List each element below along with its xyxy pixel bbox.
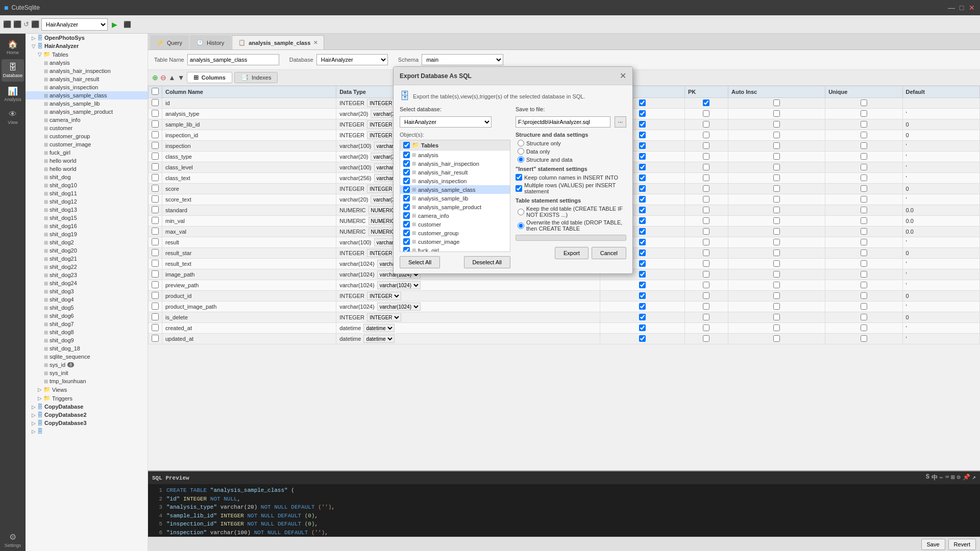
pk-checkbox[interactable] [703,303,709,310]
sidebar-tables-header[interactable]: ▽ 📁 Tables [26,50,148,59]
row-checkbox[interactable] [152,228,159,235]
sidebar-table-shit_dog_18[interactable]: ⊞shit_dog_18 [26,344,148,353]
multiple-rows-checkbox[interactable] [516,185,522,192]
sidebar-table-shit_dog22[interactable]: ⊞shit_dog22 [26,263,148,271]
db-selector[interactable]: HairAnalyzer [41,18,108,31]
export-item-checkbox[interactable] [403,221,410,228]
unique-checkbox[interactable] [861,207,867,213]
export-table-item-customer[interactable]: ⊞ customer [400,220,510,229]
pk-checkbox[interactable] [703,132,709,138]
nav-settings[interactable]: ⚙ Settings [2,529,24,551]
sidebar-table-shit_dog8[interactable]: ⊞shit_dog8 [26,328,148,336]
sidebar-table-analysis_sample_class[interactable]: ⊞analysis_sample_class [26,91,148,99]
sidebar-table-shit_dog19[interactable]: ⊞shit_dog19 [26,230,148,238]
auto-insc-checkbox[interactable] [773,164,780,170]
not-null-checkbox[interactable] [639,110,646,117]
sidebar-table-shit_dog9[interactable]: ⊞shit_dog9 [26,336,148,344]
not-null-checkbox[interactable] [639,335,646,342]
export-item-checkbox[interactable] [403,247,410,252]
unique-checkbox[interactable] [861,314,867,320]
table-row[interactable]: preview_path varchar(1024) varchar(1024)… [149,280,980,291]
export-table-item-camera_info[interactable]: ⊞ camera_info [400,211,510,220]
auto-insc-checkbox[interactable] [773,185,780,192]
auto-insc-checkbox[interactable] [773,207,780,213]
sidebar-table-hello_world[interactable]: ⊞hello world [26,157,148,165]
type-dropdown[interactable]: datetime [363,324,395,332]
not-null-checkbox[interactable] [639,271,646,278]
auto-insc-checkbox[interactable] [773,239,780,245]
unique-checkbox[interactable] [861,217,867,224]
pk-checkbox[interactable] [703,99,709,106]
row-checkbox[interactable] [152,120,159,128]
auto-insc-checkbox[interactable] [773,303,780,310]
sidebar-table-shit_dog13[interactable]: ⊞shit_dog13 [26,206,148,214]
pk-checkbox[interactable] [703,110,709,117]
unique-checkbox[interactable] [861,239,867,245]
row-checkbox[interactable] [152,131,159,138]
sidebar-table-analysis_sample_product[interactable]: ⊞analysis_sample_product [26,108,148,116]
sidebar-table-customer_image[interactable]: ⊞customer_image [26,140,148,148]
table-row[interactable]: created_at datetime datetime ' [149,323,980,334]
auto-insc-checkbox[interactable] [773,121,780,128]
pk-checkbox[interactable] [703,153,709,160]
sidebar-item-hairanalyzer[interactable]: ▽ 🗄 HairAnalyzer [26,42,148,50]
export-table-item-analysis[interactable]: ⊞ analysis [400,151,510,159]
sidebar-table-camera_info[interactable]: ⊞camera_info [26,116,148,124]
nav-database[interactable]: 🗄 Database [2,59,24,82]
revert-button[interactable]: Revert [948,539,976,550]
run-button[interactable]: ▶ [110,19,119,30]
row-checkbox[interactable] [152,238,159,245]
auto-insc-checkbox[interactable] [773,217,780,224]
not-null-checkbox[interactable] [639,196,646,203]
sidebar-table-customer[interactable]: ⊞customer [26,124,148,132]
pk-checkbox[interactable] [703,239,709,245]
unique-checkbox[interactable] [861,282,867,288]
not-null-checkbox[interactable] [639,185,646,192]
keep-col-names-checkbox[interactable] [516,174,522,181]
structure-only-radio[interactable] [518,140,524,146]
export-item-checkbox[interactable] [403,152,410,158]
export-item-checkbox[interactable] [403,230,410,236]
overwrite-old-table-radio[interactable] [518,222,524,229]
export-table-item-analysis_hair_inspection[interactable]: ⊞ analysis_hair_inspection [400,159,510,168]
row-checkbox[interactable] [152,324,159,331]
sidebar-table-shit_dog7[interactable]: ⊞shit_dog7 [26,320,148,328]
tab-indexes[interactable]: 📑 Indexes [234,72,278,83]
select-all-checkbox[interactable] [152,88,159,95]
sidebar-item-copydb[interactable]: ▷ 🗄 CopyDatabase2 [26,411,148,419]
auto-insc-checkbox[interactable] [773,228,780,235]
not-null-checkbox[interactable] [639,207,646,213]
keep-old-table-radio[interactable] [518,209,524,215]
pk-checkbox[interactable] [703,121,709,128]
export-item-checkbox[interactable] [403,160,410,167]
row-checkbox[interactable] [152,281,159,288]
pk-checkbox[interactable] [703,207,709,213]
export-table-item-analysis_sample_class[interactable]: ⊞ analysis_sample_class [400,185,510,194]
sidebar-table-shit_dog24[interactable]: ⊞shit_dog24 [26,279,148,287]
sidebar-table-hello_world[interactable]: ⊞hello world [26,165,148,173]
unique-checkbox[interactable] [861,174,867,181]
sidebar-table-shit_dog10[interactable]: ⊞shit_dog10 [26,181,148,189]
export-item-checkbox[interactable] [403,186,410,193]
table-row[interactable]: is_delete INTEGER INTEGER 0 [149,312,980,323]
unique-checkbox[interactable] [861,303,867,310]
not-null-checkbox[interactable] [639,324,646,331]
sidebar-table-analysis_inspection[interactable]: ⊞analysis_inspection [26,83,148,91]
stop-button[interactable]: ⬛ [121,20,133,29]
tab-query[interactable]: ⚡ Query [150,35,189,49]
row-checkbox[interactable] [152,153,159,160]
auto-insc-checkbox[interactable] [773,110,780,117]
pk-checkbox[interactable] [703,196,709,203]
auto-insc-checkbox[interactable] [773,292,780,299]
unique-checkbox[interactable] [861,132,867,138]
sidebar-table-shit_dog11[interactable]: ⊞shit_dog11 [26,189,148,197]
not-null-checkbox[interactable] [639,121,646,128]
sidebar-triggers-header[interactable]: ▷ 📁 Triggers [26,394,148,403]
unique-checkbox[interactable] [861,260,867,267]
pk-checkbox[interactable] [703,282,709,288]
pk-checkbox[interactable] [703,185,709,192]
tab-analysis-sample-class[interactable]: 📋 analysis_sample_class ✕ [232,35,324,49]
auto-insc-checkbox[interactable] [773,153,780,160]
pk-checkbox[interactable] [703,142,709,149]
add-col-icon[interactable]: ⊕ [152,73,158,82]
